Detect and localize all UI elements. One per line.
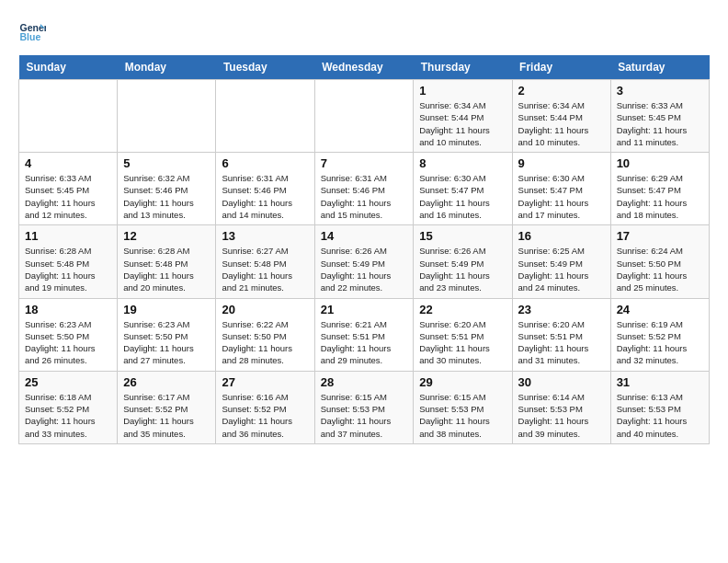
header-monday: Monday: [118, 55, 216, 80]
header-sunday: Sunday: [19, 55, 118, 80]
header-tuesday: Tuesday: [216, 55, 314, 80]
calendar-header-row: SundayMondayTuesdayWednesdayThursdayFrid…: [19, 55, 710, 80]
day-info: Sunrise: 6:26 AM Sunset: 5:49 PM Dayligh…: [321, 245, 408, 293]
day-info: Sunrise: 6:31 AM Sunset: 5:46 PM Dayligh…: [321, 172, 408, 221]
day-info: Sunrise: 6:21 AM Sunset: 5:51 PM Dayligh…: [321, 318, 408, 367]
day-info: Sunrise: 6:31 AM Sunset: 5:46 PM Dayligh…: [222, 172, 308, 221]
day-info: Sunrise: 6:33 AM Sunset: 5:45 PM Dayligh…: [617, 99, 703, 148]
day-info: Sunrise: 6:29 AM Sunset: 5:47 PM Dayligh…: [617, 172, 703, 221]
day-cell: [216, 80, 314, 153]
day-number: 30: [518, 375, 605, 389]
day-info: Sunrise: 6:13 AM Sunset: 5:53 PM Dayligh…: [617, 391, 703, 440]
day-number: 10: [617, 156, 703, 170]
day-number: 12: [123, 229, 210, 243]
day-cell: 10Sunrise: 6:29 AM Sunset: 5:47 PM Dayli…: [610, 153, 709, 225]
day-info: Sunrise: 6:34 AM Sunset: 5:44 PM Dayligh…: [419, 99, 506, 148]
page-header: General Blue: [18, 18, 710, 46]
day-cell: 13Sunrise: 6:27 AM Sunset: 5:48 PM Dayli…: [216, 225, 314, 298]
day-cell: 2Sunrise: 6:34 AM Sunset: 5:44 PM Daylig…: [512, 80, 610, 153]
day-info: Sunrise: 6:17 AM Sunset: 5:52 PM Dayligh…: [123, 391, 210, 440]
day-number: 16: [518, 229, 605, 243]
day-cell: 22Sunrise: 6:20 AM Sunset: 5:51 PM Dayli…: [414, 298, 512, 371]
day-number: 9: [518, 156, 605, 170]
day-info: Sunrise: 6:28 AM Sunset: 5:48 PM Dayligh…: [123, 245, 210, 293]
week-row-5: 25Sunrise: 6:18 AM Sunset: 5:52 PM Dayli…: [19, 371, 710, 443]
day-info: Sunrise: 6:19 AM Sunset: 5:52 PM Dayligh…: [617, 318, 703, 367]
day-cell: 24Sunrise: 6:19 AM Sunset: 5:52 PM Dayli…: [610, 298, 709, 371]
week-row-4: 18Sunrise: 6:23 AM Sunset: 5:50 PM Dayli…: [19, 298, 710, 371]
day-number: 6: [222, 156, 308, 170]
day-cell: [19, 80, 118, 153]
day-number: 5: [123, 156, 210, 170]
day-info: Sunrise: 6:32 AM Sunset: 5:46 PM Dayligh…: [123, 172, 210, 221]
day-cell: 26Sunrise: 6:17 AM Sunset: 5:52 PM Dayli…: [118, 371, 216, 443]
header-thursday: Thursday: [414, 55, 512, 80]
day-number: 20: [222, 303, 308, 316]
header-friday: Friday: [512, 55, 610, 80]
day-info: Sunrise: 6:15 AM Sunset: 5:53 PM Dayligh…: [321, 391, 408, 440]
day-number: 28: [321, 375, 408, 389]
logo-icon: General Blue: [18, 18, 46, 46]
day-info: Sunrise: 6:14 AM Sunset: 5:53 PM Dayligh…: [518, 391, 605, 440]
week-row-2: 4Sunrise: 6:33 AM Sunset: 5:45 PM Daylig…: [19, 153, 710, 225]
day-info: Sunrise: 6:27 AM Sunset: 5:48 PM Dayligh…: [222, 245, 308, 293]
day-info: Sunrise: 6:28 AM Sunset: 5:48 PM Dayligh…: [25, 245, 111, 293]
day-number: 23: [518, 303, 605, 316]
day-number: 15: [419, 229, 506, 243]
day-cell: 15Sunrise: 6:26 AM Sunset: 5:49 PM Dayli…: [414, 225, 512, 298]
day-cell: 1Sunrise: 6:34 AM Sunset: 5:44 PM Daylig…: [414, 80, 512, 153]
day-info: Sunrise: 6:20 AM Sunset: 5:51 PM Dayligh…: [419, 318, 506, 367]
day-cell: 29Sunrise: 6:15 AM Sunset: 5:53 PM Dayli…: [414, 371, 512, 443]
day-number: 8: [419, 156, 506, 170]
day-info: Sunrise: 6:15 AM Sunset: 5:53 PM Dayligh…: [419, 391, 506, 440]
day-info: Sunrise: 6:30 AM Sunset: 5:47 PM Dayligh…: [518, 172, 605, 221]
day-info: Sunrise: 6:24 AM Sunset: 5:50 PM Dayligh…: [617, 245, 703, 293]
day-cell: [314, 80, 414, 153]
day-cell: 27Sunrise: 6:16 AM Sunset: 5:52 PM Dayli…: [216, 371, 314, 443]
day-number: 14: [321, 229, 408, 243]
day-number: 7: [321, 156, 408, 170]
day-number: 18: [25, 303, 111, 316]
day-number: 26: [123, 375, 210, 389]
week-row-3: 11Sunrise: 6:28 AM Sunset: 5:48 PM Dayli…: [19, 225, 710, 298]
day-cell: 14Sunrise: 6:26 AM Sunset: 5:49 PM Dayli…: [314, 225, 414, 298]
week-row-1: 1Sunrise: 6:34 AM Sunset: 5:44 PM Daylig…: [19, 80, 710, 153]
day-cell: 9Sunrise: 6:30 AM Sunset: 5:47 PM Daylig…: [512, 153, 610, 225]
logo: General Blue: [18, 18, 50, 46]
day-number: 25: [25, 375, 111, 389]
day-number: 24: [617, 303, 703, 316]
svg-text:Blue: Blue: [20, 31, 41, 42]
day-cell: 11Sunrise: 6:28 AM Sunset: 5:48 PM Dayli…: [19, 225, 118, 298]
day-info: Sunrise: 6:34 AM Sunset: 5:44 PM Dayligh…: [518, 99, 605, 148]
day-cell: 4Sunrise: 6:33 AM Sunset: 5:45 PM Daylig…: [19, 153, 118, 225]
day-info: Sunrise: 6:22 AM Sunset: 5:50 PM Dayligh…: [222, 318, 308, 367]
day-number: 11: [25, 229, 111, 243]
day-number: 31: [617, 375, 703, 389]
day-cell: 25Sunrise: 6:18 AM Sunset: 5:52 PM Dayli…: [19, 371, 118, 443]
header-wednesday: Wednesday: [314, 55, 414, 80]
day-info: Sunrise: 6:23 AM Sunset: 5:50 PM Dayligh…: [123, 318, 210, 367]
day-cell: 8Sunrise: 6:30 AM Sunset: 5:47 PM Daylig…: [414, 153, 512, 225]
day-number: 21: [321, 303, 408, 316]
day-number: 29: [419, 375, 506, 389]
day-info: Sunrise: 6:23 AM Sunset: 5:50 PM Dayligh…: [25, 318, 111, 367]
day-number: 3: [617, 84, 703, 98]
day-info: Sunrise: 6:26 AM Sunset: 5:49 PM Dayligh…: [419, 245, 506, 293]
day-cell: [118, 80, 216, 153]
day-number: 19: [123, 303, 210, 316]
day-info: Sunrise: 6:33 AM Sunset: 5:45 PM Dayligh…: [25, 172, 111, 221]
day-cell: 19Sunrise: 6:23 AM Sunset: 5:50 PM Dayli…: [118, 298, 216, 371]
day-cell: 12Sunrise: 6:28 AM Sunset: 5:48 PM Dayli…: [118, 225, 216, 298]
day-number: 1: [419, 84, 506, 98]
day-cell: 31Sunrise: 6:13 AM Sunset: 5:53 PM Dayli…: [610, 371, 709, 443]
day-cell: 6Sunrise: 6:31 AM Sunset: 5:46 PM Daylig…: [216, 153, 314, 225]
day-cell: 3Sunrise: 6:33 AM Sunset: 5:45 PM Daylig…: [610, 80, 709, 153]
day-cell: 18Sunrise: 6:23 AM Sunset: 5:50 PM Dayli…: [19, 298, 118, 371]
day-cell: 23Sunrise: 6:20 AM Sunset: 5:51 PM Dayli…: [512, 298, 610, 371]
header-saturday: Saturday: [610, 55, 709, 80]
day-cell: 7Sunrise: 6:31 AM Sunset: 5:46 PM Daylig…: [314, 153, 414, 225]
day-info: Sunrise: 6:20 AM Sunset: 5:51 PM Dayligh…: [518, 318, 605, 367]
day-cell: 16Sunrise: 6:25 AM Sunset: 5:49 PM Dayli…: [512, 225, 610, 298]
day-number: 4: [25, 156, 111, 170]
day-cell: 17Sunrise: 6:24 AM Sunset: 5:50 PM Dayli…: [610, 225, 709, 298]
